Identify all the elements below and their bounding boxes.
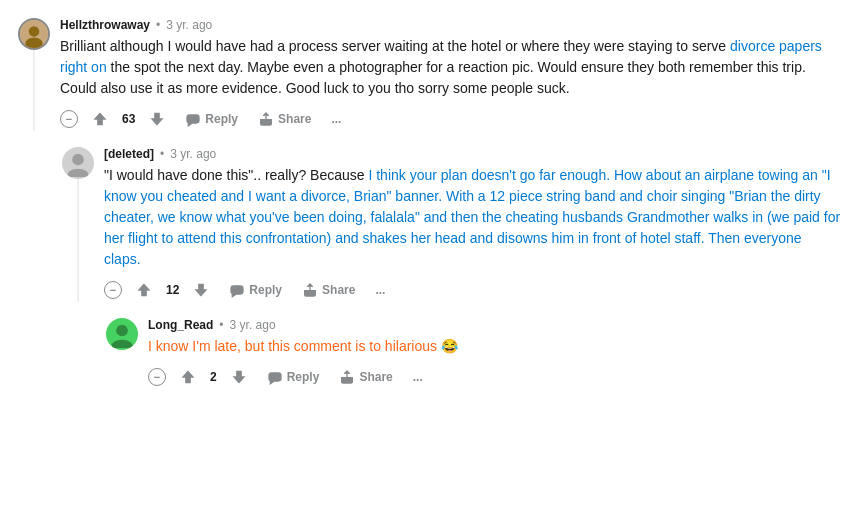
upvote-button-2[interactable] [128, 278, 160, 302]
upvote-icon-3 [180, 369, 196, 385]
svg-point-5 [116, 325, 128, 337]
downvote-icon-2 [193, 282, 209, 298]
timestamp-2: 3 yr. ago [170, 147, 216, 161]
reply-icon-1 [185, 111, 201, 127]
vote-count-3: 2 [208, 370, 219, 384]
upvote-button-1[interactable] [84, 107, 116, 131]
downvote-icon-1 [149, 111, 165, 127]
collapse-button-2[interactable]: − [104, 281, 122, 299]
comment-header-1: Hellzthrowaway • 3 yr. ago [60, 18, 842, 32]
downvote-icon-3 [231, 369, 247, 385]
comment-text-2: "I would have done this".. really? Becau… [104, 165, 842, 270]
comment-text-3: I know I'm late, but this comment is to … [148, 336, 842, 357]
username-1[interactable]: Hellzthrowaway [60, 18, 150, 32]
share-button-2[interactable]: Share [294, 278, 363, 302]
upvote-icon-2 [136, 282, 152, 298]
more-button-1[interactable]: ... [323, 108, 349, 130]
avatar-hellzthrowaway [18, 18, 50, 50]
share-icon-1 [258, 111, 274, 127]
svg-point-4 [68, 169, 89, 177]
comment-body-1: Hellzthrowaway • 3 yr. ago Brilliant alt… [60, 18, 842, 131]
timestamp-3: 3 yr. ago [230, 318, 276, 332]
comment-header-3: Long_Read • 3 yr. ago [148, 318, 842, 332]
vote-count-1: 63 [120, 112, 137, 126]
username-2[interactable]: [deleted] [104, 147, 154, 161]
reply-button-2[interactable]: Reply [221, 278, 290, 302]
comment-header-2: [deleted] • 3 yr. ago [104, 147, 842, 161]
downvote-button-1[interactable] [141, 107, 173, 131]
thread-line-1[interactable] [33, 50, 35, 131]
comment-body-2: [deleted] • 3 yr. ago "I would have done… [104, 147, 842, 302]
reply-button-3[interactable]: Reply [259, 365, 328, 389]
collapse-button-3[interactable]: − [148, 368, 166, 386]
comment-actions-2: − 12 Reply [104, 278, 842, 302]
reply-icon-2 [229, 282, 245, 298]
avatar-deleted [62, 147, 94, 179]
svg-point-3 [72, 154, 84, 166]
share-button-3[interactable]: Share [331, 365, 400, 389]
svg-point-1 [29, 26, 40, 37]
username-3[interactable]: Long_Read [148, 318, 213, 332]
comment-body-3: Long_Read • 3 yr. ago I know I'm late, b… [148, 318, 842, 389]
reply-button-1[interactable]: Reply [177, 107, 246, 131]
share-icon-2 [302, 282, 318, 298]
avatar-long-read [106, 318, 138, 350]
more-button-3[interactable]: ... [405, 366, 431, 388]
upvote-button-3[interactable] [172, 365, 204, 389]
more-button-2[interactable]: ... [367, 279, 393, 301]
comment-actions-1: − 63 Reply [60, 107, 842, 131]
downvote-button-2[interactable] [185, 278, 217, 302]
share-icon-3 [339, 369, 355, 385]
timestamp-1: 3 yr. ago [166, 18, 212, 32]
share-button-1[interactable]: Share [250, 107, 319, 131]
downvote-button-3[interactable] [223, 365, 255, 389]
upvote-icon-1 [92, 111, 108, 127]
svg-point-6 [112, 340, 133, 348]
comment-text-1: Brilliant although I would have had a pr… [60, 36, 842, 99]
vote-count-2: 12 [164, 283, 181, 297]
thread-line-2[interactable] [77, 179, 79, 302]
comment-actions-3: − 2 Reply [148, 365, 842, 389]
reply-icon-3 [267, 369, 283, 385]
collapse-button-1[interactable]: − [60, 110, 78, 128]
